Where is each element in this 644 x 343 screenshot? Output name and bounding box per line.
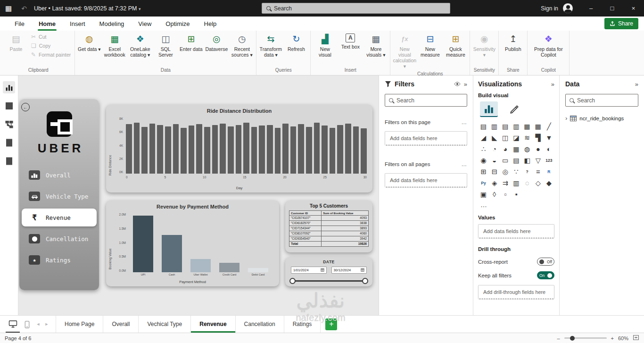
report-view-icon[interactable] xyxy=(3,81,15,93)
filters-search-input[interactable] xyxy=(396,97,463,104)
matrix-icon[interactable]: ⊟ xyxy=(489,167,500,177)
ride-distance-bar[interactable] xyxy=(204,127,210,174)
document-title[interactable]: Uber • Last saved: 9/8/2025 at 7:32 PM ▾ xyxy=(34,5,140,12)
ride-distance-bar[interactable] xyxy=(220,124,226,174)
date-range-slider[interactable] xyxy=(290,277,368,285)
maximize-button[interactable]: □ xyxy=(602,0,623,17)
cross-report-toggle[interactable]: Off xyxy=(537,258,554,266)
100-stacked-bar-chart-icon[interactable]: ▦ xyxy=(522,121,532,132)
tmdl-view-icon[interactable] xyxy=(3,155,15,167)
fit-to-page-icon[interactable] xyxy=(633,335,639,341)
slider-handle-right[interactable] xyxy=(362,278,368,284)
zoom-out-button[interactable]: – xyxy=(557,335,560,341)
sign-in-link[interactable]: Sign in xyxy=(541,5,558,12)
r-script-visual-icon[interactable]: R xyxy=(544,167,554,177)
sidebar-item-revenue[interactable]: ₹Revenue xyxy=(22,209,97,226)
minimize-button[interactable]: – xyxy=(580,0,602,17)
sidebar-item-overall[interactable]: Overall xyxy=(19,166,99,184)
custom-visual-1-icon[interactable]: ▣ xyxy=(479,189,489,200)
ride-distance-bar[interactable] xyxy=(361,128,367,174)
menu-tab-optimize[interactable]: Optimize xyxy=(158,17,197,31)
ribbon-recent-sources-button[interactable]: ◷Recent sources ▾ xyxy=(229,32,255,59)
ride-distance-bar[interactable] xyxy=(290,126,297,174)
ride-distance-bar[interactable] xyxy=(306,127,312,174)
global-search[interactable] xyxy=(262,3,450,14)
kpi-icon[interactable]: ◧ xyxy=(522,155,532,166)
page-tab-ratings[interactable]: Ratings xyxy=(284,316,321,333)
more-options-icon[interactable]: … xyxy=(462,161,468,167)
sidebar-item-vehicle-type[interactable]: Vehicle Type xyxy=(19,187,99,205)
zoom-slider-thumb[interactable] xyxy=(570,336,575,341)
customers-table[interactable]: Customer IDSum of Booking Value"CID26741… xyxy=(289,210,369,247)
menu-tab-file[interactable]: File xyxy=(8,17,32,31)
ride-distance-bar[interactable] xyxy=(212,125,218,174)
share-button[interactable]: Share xyxy=(604,18,638,29)
stacked-bar-chart-icon[interactable]: ▤ xyxy=(479,121,489,132)
revenue-bar[interactable] xyxy=(190,259,211,272)
eye-icon[interactable] xyxy=(454,81,461,87)
qa-visual-icon[interactable]: ? xyxy=(522,167,532,177)
scatter-chart-icon[interactable]: ∴ xyxy=(479,144,489,154)
page-tab-vechical-type[interactable]: Vechical Type xyxy=(139,316,191,333)
values-dropzone[interactable]: Add data fields here xyxy=(478,224,554,238)
card-icon[interactable]: ▭ xyxy=(500,155,511,166)
page-tab-overall[interactable]: Overall xyxy=(103,316,139,333)
model-view-icon[interactable] xyxy=(3,118,15,130)
slicer-icon[interactable]: ▽ xyxy=(533,155,543,166)
ribbon-publish-button[interactable]: ↥Publish xyxy=(500,32,526,53)
revenue-bar[interactable] xyxy=(162,235,182,272)
gauge-icon[interactable]: ◒ xyxy=(489,155,500,166)
bar-plot-area[interactable] xyxy=(129,213,272,272)
menu-tab-view[interactable]: View xyxy=(131,17,158,31)
ribbon-refresh-button[interactable]: ↻Refresh xyxy=(283,32,309,53)
shape-map-icon[interactable]: ◐ xyxy=(544,144,554,154)
keep-all-filters-toggle[interactable]: On xyxy=(537,271,554,279)
app-icon[interactable]: ▦ xyxy=(0,4,17,13)
menu-tab-modeling[interactable]: Modeling xyxy=(92,17,132,31)
ride-distance-bar[interactable] xyxy=(189,125,195,174)
filters-all-dropzone[interactable]: Add data fields here xyxy=(385,173,467,187)
funnel-chart-icon[interactable]: ▼ xyxy=(544,133,554,143)
ride-distance-bar[interactable] xyxy=(149,124,156,174)
ride-distance-bar[interactable] xyxy=(196,124,202,174)
ribbon-onelake-catalog-button[interactable]: ❖OneLake catalog ▾ xyxy=(127,32,153,59)
ride-distance-bar[interactable] xyxy=(314,123,320,174)
power-apps-icon[interactable]: ◈ xyxy=(489,178,500,188)
azure-map-icon[interactable]: ◉ xyxy=(479,155,489,166)
page-tab-home-page[interactable]: Home Page xyxy=(56,316,103,333)
ride-distance-bar[interactable] xyxy=(259,125,265,174)
ride-distance-bar[interactable] xyxy=(353,126,359,174)
report-canvas[interactable]: ← UBER OverallVehicle Type₹RevenueCancel… xyxy=(18,75,379,315)
filled-map-icon[interactable]: ● xyxy=(533,144,543,154)
revenue-bar[interactable] xyxy=(219,263,240,272)
data-search[interactable] xyxy=(565,94,638,107)
ride-distance-bar[interactable] xyxy=(243,123,249,174)
menu-tab-home[interactable]: Home xyxy=(32,17,63,31)
sidebar-item-cancellation[interactable]: Cancellation xyxy=(19,230,99,248)
sidebar-item-ratings[interactable]: ★Ratings xyxy=(19,251,99,269)
undo-icon[interactable]: ↶ xyxy=(17,5,31,12)
ride-distance-bar[interactable] xyxy=(337,125,343,174)
multi-row-card-icon[interactable]: ▤ xyxy=(511,155,521,166)
slider-track[interactable] xyxy=(292,280,366,282)
line-chart-icon[interactable]: ╱ xyxy=(544,121,554,132)
desktop-view-icon[interactable] xyxy=(6,317,20,333)
date-slicer[interactable]: DATE 1/01/2024 30/12/2024 xyxy=(285,257,372,286)
ribbon-quick-measure-button[interactable]: ⊞Quick measure xyxy=(443,32,468,59)
dax-query-view-icon[interactable] xyxy=(3,136,15,149)
custom-visual-2-icon[interactable]: ◊ xyxy=(489,189,500,200)
ride-distance-bar[interactable] xyxy=(173,124,179,174)
revenue-bar[interactable] xyxy=(248,268,269,272)
get-more-visuals-icon[interactable]: … xyxy=(480,201,554,209)
ribbon-chart-icon[interactable]: ≋ xyxy=(522,133,532,143)
bar-plot-area[interactable] xyxy=(126,117,367,174)
ride-distance-bar[interactable] xyxy=(330,128,336,174)
metrics-icon[interactable]: ◇ xyxy=(533,178,543,188)
ride-distance-bar[interactable] xyxy=(298,124,304,174)
table-row[interactable]: "CID6182570"3838 xyxy=(289,221,369,226)
menu-tab-help[interactable]: Help xyxy=(197,17,224,31)
ride-distance-bar[interactable] xyxy=(345,124,351,174)
ride-distance-bar[interactable] xyxy=(157,125,163,174)
treemap-icon[interactable]: ▦ xyxy=(511,144,521,154)
close-button[interactable]: × xyxy=(623,0,644,17)
